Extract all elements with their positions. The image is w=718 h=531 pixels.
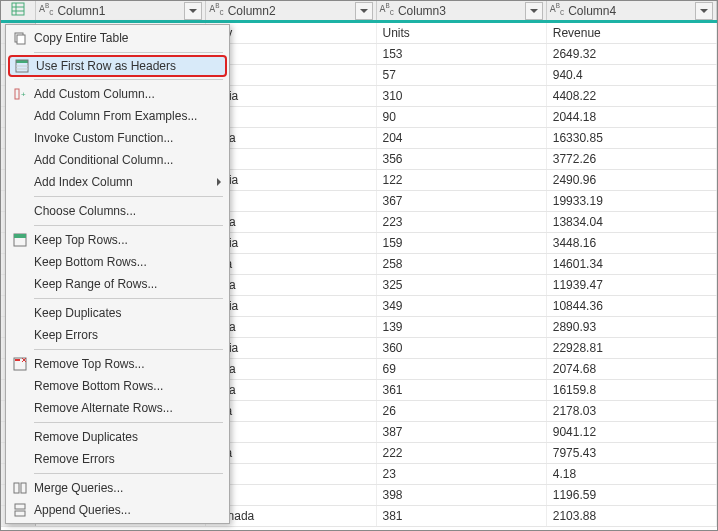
table-cell[interactable]: mbia [206,296,376,316]
table-cell[interactable]: 4408.22 [547,86,717,106]
menu-add-conditional[interactable]: Add Conditional Column... [6,149,229,171]
table-cell[interactable]: 2044.18 [547,107,717,127]
table-cell[interactable]: 361 [377,380,547,400]
table-cell[interactable]: Units [377,23,547,43]
table-cell[interactable]: 2490.96 [547,170,717,190]
table-cell[interactable]: ada [206,401,376,421]
table-cell[interactable]: 349 [377,296,547,316]
table-cell[interactable]: 2074.68 [547,359,717,379]
table-cell[interactable]: il [206,65,376,85]
table-cell[interactable]: ama [206,380,376,400]
table-cell[interactable]: il [206,107,376,127]
table-cell[interactable]: mbia [206,338,376,358]
menu-invoke-function[interactable]: Invoke Custom Function... [6,127,229,149]
table-cell[interactable]: Canada [206,506,376,526]
table-cell[interactable]: 22928.81 [547,338,717,358]
table-cell[interactable]: 2178.03 [547,401,717,421]
table-cell[interactable]: 13834.04 [547,212,717,232]
menu-first-row-headers[interactable]: Use First Row as Headers [8,55,227,77]
menu-add-column-examples[interactable]: Add Column From Examples... [6,105,229,127]
menu-keep-top[interactable]: Keep Top Rows... [6,229,229,251]
table-corner[interactable] [1,1,36,20]
table-cell[interactable]: mbia [206,170,376,190]
table-cell[interactable]: il [206,485,376,505]
table-cell[interactable]: ama [206,359,376,379]
table-cell[interactable]: 19933.19 [547,191,717,211]
table-cell[interactable]: 11939.47 [547,275,717,295]
table-cell[interactable]: 1196.59 [547,485,717,505]
menu-keep-errors[interactable]: Keep Errors [6,324,229,346]
column-header-2[interactable]: ABC Column2 [206,1,376,20]
filter-dropdown-button[interactable] [525,2,543,20]
table-cell[interactable]: il [206,44,376,64]
table-cell[interactable]: 940.4 [547,65,717,85]
table-cell[interactable]: 9041.12 [547,422,717,442]
filter-dropdown-button[interactable] [355,2,373,20]
table-cell[interactable]: 204 [377,128,547,148]
menu-remove-duplicates[interactable]: Remove Duplicates [6,426,229,448]
table-cell[interactable]: 14601.34 [547,254,717,274]
table-cell[interactable]: 360 [377,338,547,358]
column-header-1[interactable]: ABC Column1 [36,1,206,20]
menu-remove-bottom[interactable]: Remove Bottom Rows... [6,375,229,397]
table-cell[interactable]: ada [206,254,376,274]
table-cell[interactable]: 2103.88 [547,506,717,526]
table-cell[interactable]: 2890.93 [547,317,717,337]
menu-append-queries[interactable]: Append Queries... [6,499,229,521]
menu-remove-alternate[interactable]: Remove Alternate Rows... [6,397,229,419]
table-cell[interactable]: 26 [377,401,547,421]
table-cell[interactable]: ama [206,128,376,148]
table-cell[interactable]: ada [206,443,376,463]
table-cell[interactable]: 398 [377,485,547,505]
table-cell[interactable]: ama [206,275,376,295]
table-cell[interactable]: 367 [377,191,547,211]
table-cell[interactable]: 223 [377,212,547,232]
column-header-3[interactable]: ABC Column3 [377,1,547,20]
menu-remove-top[interactable]: Remove Top Rows... [6,353,229,375]
table-cell[interactable]: 7975.43 [547,443,717,463]
table-cell[interactable]: 90 [377,107,547,127]
menu-keep-range[interactable]: Keep Range of Rows... [6,273,229,295]
table-cell[interactable]: 4.18 [547,464,717,484]
table-cell[interactable]: mbia [206,233,376,253]
menu-choose-columns[interactable]: Choose Columns... [6,200,229,222]
menu-add-index[interactable]: Add Index Column [6,171,229,193]
table-cell[interactable]: 57 [377,65,547,85]
filter-dropdown-button[interactable] [695,2,713,20]
table-cell[interactable]: 3772.26 [547,149,717,169]
table-cell[interactable]: ama [206,212,376,232]
table-cell[interactable]: il [206,422,376,442]
table-cell[interactable]: 23 [377,464,547,484]
menu-remove-errors[interactable]: Remove Errors [6,448,229,470]
table-cell[interactable]: 16159.8 [547,380,717,400]
column-header-4[interactable]: ABC Column4 [547,1,717,20]
menu-merge-queries[interactable]: Merge Queries... [6,477,229,499]
table-cell[interactable]: 122 [377,170,547,190]
table-cell[interactable]: ntry [206,23,376,43]
table-cell[interactable]: 139 [377,317,547,337]
table-cell[interactable]: 310 [377,86,547,106]
table-cell[interactable]: 356 [377,149,547,169]
menu-copy-table[interactable]: Copy Entire Table [6,27,229,49]
table-cell[interactable]: il [206,149,376,169]
table-cell[interactable]: 159 [377,233,547,253]
table-cell[interactable]: 387 [377,422,547,442]
table-cell[interactable]: 3448.16 [547,233,717,253]
table-cell[interactable]: 2649.32 [547,44,717,64]
table-cell[interactable]: 258 [377,254,547,274]
table-cell[interactable]: 16330.85 [547,128,717,148]
table-cell[interactable]: 153 [377,44,547,64]
table-cell[interactable]: mbia [206,86,376,106]
table-cell[interactable]: 69 [377,359,547,379]
table-cell[interactable]: ama [206,317,376,337]
menu-keep-bottom[interactable]: Keep Bottom Rows... [6,251,229,273]
table-cell[interactable]: 222 [377,443,547,463]
table-cell[interactable]: il [206,191,376,211]
table-cell[interactable]: 325 [377,275,547,295]
table-cell[interactable]: il [206,464,376,484]
menu-keep-duplicates[interactable]: Keep Duplicates [6,302,229,324]
table-cell[interactable]: Revenue [547,23,717,43]
filter-dropdown-button[interactable] [184,2,202,20]
menu-add-custom-column[interactable]: + Add Custom Column... [6,83,229,105]
table-cell[interactable]: 381 [377,506,547,526]
